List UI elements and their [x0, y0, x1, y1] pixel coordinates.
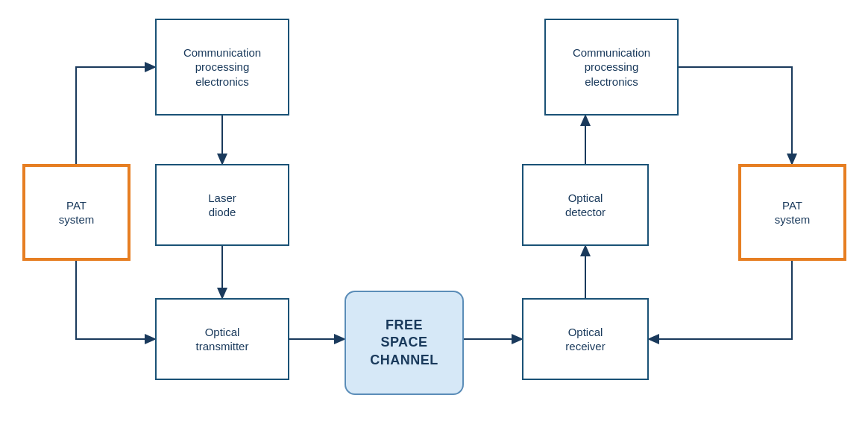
arrow-right-pat-to-rx: [649, 261, 792, 339]
left-pat-label: PATsystem: [59, 198, 95, 227]
optical-transmitter-label: Opticaltransmitter: [196, 325, 249, 354]
right-comm-box: Communicationprocessingelectronics: [544, 19, 679, 116]
free-space-box: FREESPACECHANNEL: [345, 291, 464, 395]
arrow-right-comm-to-right-pat: [679, 67, 792, 164]
optical-detector-box: Opticaldetector: [522, 164, 649, 246]
optical-receiver-label: Opticalreceiver: [565, 325, 605, 354]
arrow-pat-to-comm-left: [76, 67, 155, 164]
laser-diode-box: Laserdiode: [155, 164, 289, 246]
right-comm-label: Communicationprocessingelectronics: [573, 45, 650, 89]
optical-receiver-box: Opticalreceiver: [522, 298, 649, 380]
diagram: Communicationprocessingelectronics PATsy…: [0, 0, 868, 430]
arrow-pat-to-tx: [76, 261, 155, 339]
optical-transmitter-box: Opticaltransmitter: [155, 298, 289, 380]
left-comm-box: Communicationprocessingelectronics: [155, 19, 289, 116]
optical-detector-label: Opticaldetector: [565, 191, 606, 220]
left-pat-box: PATsystem: [22, 164, 130, 261]
right-pat-box: PATsystem: [738, 164, 846, 261]
free-space-label: FREESPACECHANNEL: [370, 317, 438, 369]
left-comm-label: Communicationprocessingelectronics: [183, 45, 261, 89]
laser-diode-label: Laserdiode: [208, 191, 236, 220]
right-pat-label: PATsystem: [775, 198, 811, 227]
